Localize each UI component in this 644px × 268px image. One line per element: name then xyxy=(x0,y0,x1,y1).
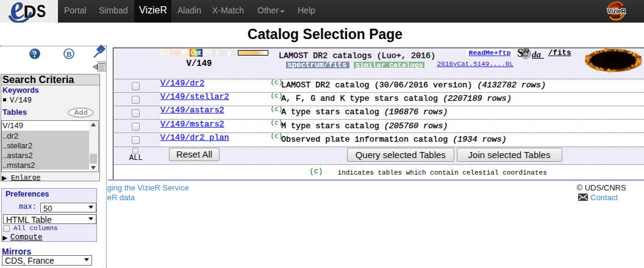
svg-text:VizieR: VizieR xyxy=(607,8,626,15)
svg-text:S: S xyxy=(37,1,46,21)
svg-text:S: S xyxy=(517,47,524,59)
svg-text:da: da xyxy=(532,49,542,59)
svg-text:?: ? xyxy=(33,50,37,59)
svg-text:B: B xyxy=(66,49,72,59)
svg-text:aa: aa xyxy=(523,47,529,53)
